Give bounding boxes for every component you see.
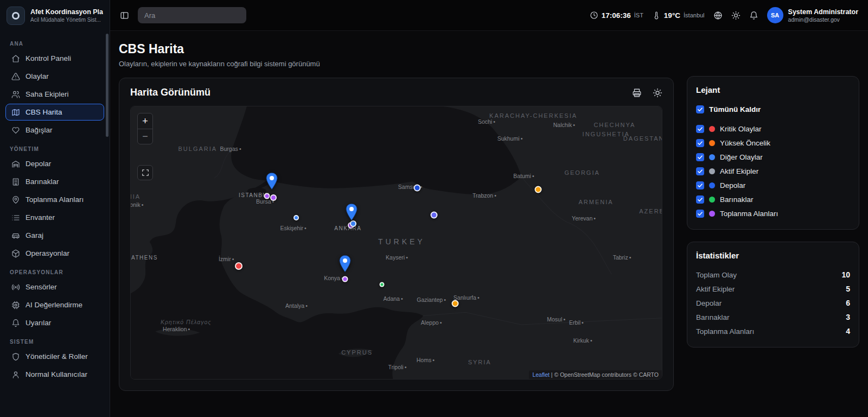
legend-item-tumunu-kaldir[interactable]: Tümünü Kaldır [696, 102, 850, 116]
map-canvas[interactable]: BULGARIABurgas •Sochi •KARACHAY-CHERKESI… [130, 106, 662, 380]
map-dot-marker[interactable] [342, 276, 348, 282]
map-dot-marker[interactable] [452, 300, 459, 307]
map-dot-marker[interactable] [413, 184, 420, 191]
sidebar-item-olaylar[interactable]: Olaylar [5, 68, 104, 85]
notifications-bell-button[interactable] [749, 11, 758, 20]
map-theme-button[interactable] [653, 88, 662, 98]
user-avatar[interactable]: SA [767, 7, 783, 23]
checkbox-icon[interactable] [696, 181, 704, 189]
zoom-out-button[interactable]: − [138, 129, 152, 144]
sidebar-item-yoneticiler-roller[interactable]: Yöneticiler & Roller [5, 348, 104, 365]
checkbox-icon[interactable] [696, 139, 704, 147]
language-globe-button[interactable] [713, 11, 723, 20]
sidebar-item-normal-kullanicilar[interactable]: Normal Kullanıcılar [5, 366, 104, 383]
thermometer-icon [652, 11, 661, 20]
leaflet-link[interactable]: Leaflet [532, 371, 550, 378]
theme-toggle-button[interactable] [731, 11, 741, 20]
legend-item-aktif-ekipler[interactable]: Aktif Ekipler [696, 164, 850, 178]
legend-title: Lejant [696, 85, 850, 94]
sidebar-item-operasyonlar[interactable]: Operasyonlar [5, 245, 104, 262]
search-input[interactable] [138, 7, 246, 23]
sidebar-item-barinaklar[interactable]: Barınaklar [5, 173, 104, 190]
checkbox-icon[interactable] [696, 167, 704, 175]
map-pin-marker[interactable] [339, 255, 351, 275]
sidebar-item-toplanma-alanlari[interactable]: Toplanma Alanları [5, 191, 104, 208]
legend-color-dot [709, 211, 715, 217]
legend-color-dot [709, 126, 715, 132]
sidebar-item-label: Yöneticiler & Roller [25, 352, 88, 361]
stats-row-value: 3 [846, 313, 850, 321]
sidebar-toggle-button[interactable] [120, 11, 129, 20]
sidebar-item-label: Bağışlar [25, 126, 53, 134]
sidebar-item-garaj[interactable]: Garaj [5, 227, 104, 244]
stats-row-value: 4 [846, 327, 850, 336]
sidebar-item-envanter[interactable]: Envanter [5, 209, 104, 226]
map-markers-layer [131, 106, 662, 379]
clock-icon [590, 11, 598, 20]
sidebar-item-uyarilar[interactable]: Uyarılar [5, 314, 104, 331]
checkbox-icon[interactable] [696, 153, 704, 161]
map-dot-marker[interactable] [431, 212, 438, 219]
page-title: CBS Harita [119, 42, 674, 56]
user-menu[interactable]: SA System Administrator admin@disaster.g… [767, 7, 858, 23]
checkbox-icon[interactable] [696, 105, 704, 113]
stats-row: Toplam Olay10 [696, 268, 850, 282]
sidebar-item-label: Envanter [25, 213, 55, 222]
shield-icon [11, 352, 20, 361]
alert-triangle-icon [11, 72, 20, 81]
map-dot-marker[interactable] [380, 282, 385, 287]
sidebar-item-depolar[interactable]: Depolar [5, 155, 104, 172]
app-logo [7, 7, 25, 25]
map-dot-marker[interactable] [534, 186, 541, 193]
map-dot-marker[interactable] [264, 193, 270, 199]
map-pin-marker[interactable] [346, 203, 358, 223]
zoom-in-button[interactable]: + [138, 113, 152, 129]
legend-item-label: Aktif Ekipler [720, 167, 758, 175]
checkbox-icon[interactable] [696, 195, 704, 204]
stats-row-value: 5 [846, 285, 850, 293]
sidebar-item-sensorler[interactable]: Sensörler [5, 279, 104, 295]
stats-row-value: 6 [846, 299, 850, 307]
legend-item-label: Toplanma Alanları [720, 210, 778, 218]
stats-row-label: Toplanma Alanları [696, 327, 754, 336]
map-dot-marker[interactable] [235, 262, 242, 270]
sidebar-item-label: Uyarılar [25, 319, 51, 327]
zoom-control: + − [137, 113, 153, 144]
stats-title: İstatistikler [696, 251, 850, 260]
map-pin-marker[interactable] [266, 172, 278, 192]
legend-item-barinaklar[interactable]: Barınaklar [696, 192, 850, 206]
topbar: 17:06:36 İST 19°C İstanbul SA System Adm… [110, 0, 868, 31]
legend-color-dot [709, 140, 715, 146]
sidebar-item-saha-ekipleri[interactable]: Saha Ekipleri [5, 86, 104, 103]
sidebar-item-bagislar[interactable]: Bağışlar [5, 122, 104, 138]
sidebar-scrollbar-thumb[interactable] [106, 34, 108, 137]
sidebar-item-label: AI Değerlendirme [25, 301, 82, 309]
page-subtitle: Olayların, ekiplerin ve kaynakların coğr… [119, 60, 674, 68]
fullscreen-button[interactable] [137, 165, 153, 180]
legend-item-toplanma-alanlari[interactable]: Toplanma Alanları [696, 206, 850, 220]
page-content: CBS Harita Olayların, ekiplerin ve kayna… [110, 31, 868, 417]
sidebar-item-label: Barınaklar [25, 178, 59, 186]
weather-city: İstanbul [684, 12, 705, 18]
legend-panel: Lejant Tümünü KaldırKritik OlaylarYüksek… [687, 76, 859, 230]
app-subtitle: Acil Müdahale Yönetim Sist... [30, 17, 103, 23]
sidebar-header: Afet Koordinasyon Pla... Acil Müdahale Y… [0, 0, 110, 31]
attribution-text: | © OpenStreetMap contributors © CARTO [550, 371, 659, 378]
checkbox-icon[interactable] [696, 210, 704, 218]
map-dot-marker[interactable] [270, 194, 277, 201]
legend-item-kritik-olaylar[interactable]: Kritik Olaylar [696, 122, 850, 136]
sidebar-item-cbs-harita[interactable]: CBS Harita [5, 104, 104, 121]
list-icon [11, 213, 20, 222]
legend-item-yuksek-oncelik[interactable]: Yüksek Öncelik [696, 136, 850, 150]
legend-color-dot [709, 182, 715, 188]
sidebar-item-kontrol-paneli[interactable]: Kontrol Paneli [5, 50, 104, 67]
legend-item-diger-olaylar[interactable]: Diğer Olaylar [696, 150, 850, 164]
stats-row-label: Aktif Ekipler [696, 285, 735, 293]
legend-item-depolar[interactable]: Depolar [696, 178, 850, 192]
map-dot-marker[interactable] [293, 215, 299, 220]
sidebar-item-ai-degerlendirme[interactable]: AI Değerlendirme [5, 296, 104, 313]
stats-panel: İstatistikler Toplam Olay10Aktif Ekipler… [687, 242, 859, 348]
checkbox-icon[interactable] [696, 125, 704, 133]
sidebar-item-label: Depolar [25, 160, 51, 168]
print-map-button[interactable] [632, 88, 642, 98]
